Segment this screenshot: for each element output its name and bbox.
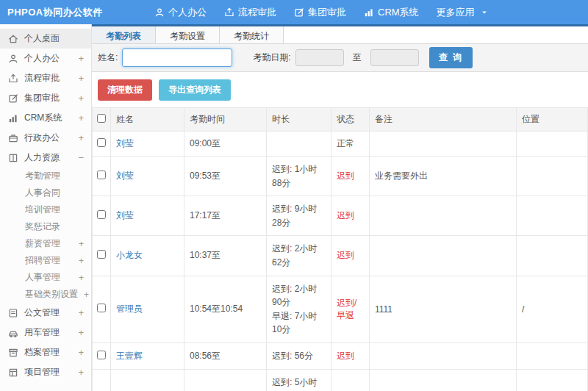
sidebar-item-archive-mgmt[interactable]: 档案管理+ <box>0 342 91 362</box>
navbar-items: 个人办公流程审批集团审批CRM系统更多应用 <box>146 6 497 19</box>
sidebar-item-base-category[interactable]: 基础类别设置+ <box>0 286 91 303</box>
date-to-label: 至 <box>353 51 362 64</box>
expand-plus-icon: + <box>78 307 84 318</box>
employee-name-link[interactable]: 刘莹 <box>116 171 134 181</box>
actions-row: 清理数据 导出查询列表 <box>92 72 588 107</box>
table-row: 王壹辉08:56至迟到: 56分迟到 <box>93 342 588 369</box>
location-cell: / <box>517 276 588 342</box>
sidebar-item-personal-office[interactable]: 个人办公+ <box>0 49 91 68</box>
location-cell <box>517 196 588 236</box>
status-cell: 迟到/早退 <box>331 369 370 391</box>
sidebar-item-personnel-mgmt[interactable]: 人事管理+ <box>0 269 91 286</box>
table-row: 刘莹09:00至正常 <box>93 132 588 157</box>
sidebar-item-human-resources[interactable]: 人力资源− <box>0 148 91 168</box>
tab-attendance-stats[interactable]: 考勤统计 <box>220 26 284 43</box>
expand-plus-icon: + <box>78 347 84 358</box>
row-checkbox[interactable] <box>97 138 106 147</box>
employee-name-link[interactable]: 管理员 <box>116 304 143 314</box>
expand-plus-icon: + <box>84 290 89 300</box>
clear-data-button[interactable]: 清理数据 <box>98 79 152 101</box>
sidebar-item-label: 项目管理 <box>24 366 60 379</box>
nav-item-group-approval[interactable]: 集团审批 <box>294 6 346 19</box>
remark-cell <box>370 132 517 157</box>
car-icon <box>8 328 18 338</box>
sidebar: 个人桌面个人办公+流程审批+集团审批+CRM系统+行政办公+人力资源−考勤管理人… <box>0 24 92 391</box>
user-icon <box>154 7 165 18</box>
sidebar-item-label: 人力资源 <box>24 151 60 164</box>
employee-name-link[interactable]: 小龙女 <box>116 250 143 260</box>
attendance-date-label: 考勤日期: <box>253 51 290 64</box>
sidebar-item-salary-mgmt[interactable]: 薪资管理+ <box>0 235 91 252</box>
expand-plus-icon: + <box>78 73 84 84</box>
tab-attendance-settings[interactable]: 考勤设置 <box>156 26 220 43</box>
nav-item-crm-system[interactable]: CRM系统 <box>364 6 419 19</box>
row-checkbox[interactable] <box>97 210 106 219</box>
sidebar-item-label: 人事合同 <box>25 187 60 199</box>
attendance-time-cell: 09:00至 <box>184 132 267 157</box>
sidebar-item-project-mgmt[interactable]: 项目管理+ <box>0 362 91 382</box>
tab-strip: 考勤列表考勤设置考勤统计 <box>92 24 588 44</box>
row-checkbox[interactable] <box>97 171 106 179</box>
duration-cell: 迟到: 1小时88分 <box>267 157 331 196</box>
row-checkbox[interactable] <box>97 250 106 259</box>
app-logo: PHPOA协同办公软件 <box>0 6 116 19</box>
status-cell: 正常 <box>331 132 370 157</box>
attendance-time-cell: 09:53至 <box>184 157 267 196</box>
sidebar-item-vehicle-mgmt[interactable]: 用车管理+ <box>0 323 91 342</box>
sidebar-item-label: 奖惩记录 <box>25 220 60 233</box>
attendance-table: 姓名考勤时间时长状态备注位置 刘莹09:00至正常刘莹09:53至迟到: 1小时… <box>92 107 588 391</box>
attendance-time-cell: 08:56至 <box>184 342 267 369</box>
chart-icon <box>8 113 18 123</box>
sidebar-item-training-mgmt[interactable]: 培训管理 <box>0 201 91 218</box>
expand-plus-icon: + <box>78 327 84 338</box>
sidebar-item-recruit-mgmt[interactable]: 招聘管理+ <box>0 252 91 269</box>
nav-item-personal-office[interactable]: 个人办公 <box>154 6 207 19</box>
column-header: 位置 <box>517 108 588 132</box>
sidebar-item-workflow-approval[interactable]: 流程审批+ <box>0 68 91 88</box>
sidebar-item-admin-office[interactable]: 行政办公+ <box>0 128 91 148</box>
nav-item-more-apps[interactable]: 更多应用 <box>437 6 488 19</box>
nav-item-label: 集团审批 <box>308 6 346 19</box>
row-checkbox[interactable] <box>97 351 106 359</box>
process-icon <box>224 7 234 18</box>
row-checkbox[interactable] <box>97 304 106 312</box>
sidebar-item-hr-contract[interactable]: 人事合同 <box>0 184 91 201</box>
caret-down-icon <box>481 9 488 16</box>
duration-cell: 迟到: 9小时28分 <box>267 196 331 236</box>
tab-attendance-list[interactable]: 考勤列表 <box>92 26 156 43</box>
sidebar-item-crm-system[interactable]: CRM系统+ <box>0 108 91 128</box>
duration-cell: 迟到: 2小时62分 <box>267 236 331 276</box>
sidebar-item-group-approval[interactable]: 集团审批+ <box>0 88 91 108</box>
remark-cell <box>370 342 517 369</box>
sidebar-item-personal-desktop[interactable]: 个人桌面 <box>0 29 91 49</box>
employee-name-link[interactable]: 刘莹 <box>116 138 134 148</box>
expand-plus-icon: + <box>78 367 84 378</box>
sidebar-item-label: 行政办公 <box>24 132 60 144</box>
select-all-checkbox[interactable] <box>97 114 106 123</box>
date-from-input[interactable] <box>295 49 344 66</box>
employee-name-link[interactable]: 王壹辉 <box>116 351 143 361</box>
query-button[interactable]: 查 询 <box>429 47 473 68</box>
name-search-input[interactable] <box>122 49 232 67</box>
date-to-input[interactable] <box>370 49 419 66</box>
sidebar-item-label: 档案管理 <box>24 346 60 359</box>
remark-cell: 业务需要外出 <box>370 157 517 196</box>
expand-plus-icon: + <box>78 112 84 123</box>
attendance-table-wrap: 姓名考勤时间时长状态备注位置 刘莹09:00至正常刘莹09:53至迟到: 1小时… <box>92 107 588 391</box>
expand-plus-icon: + <box>78 93 84 104</box>
project-icon <box>8 367 18 378</box>
archive-icon <box>8 348 18 358</box>
sidebar-item-document-mgmt[interactable]: 公文管理+ <box>0 303 91 323</box>
table-row: 刘莹17:17至迟到: 9小时28分迟到 <box>93 196 588 236</box>
sidebar-item-label: 个人办公 <box>24 52 60 65</box>
collapse-minus-icon: − <box>78 152 84 163</box>
employee-name-link[interactable]: 刘莹 <box>116 210 134 220</box>
doc-icon <box>8 308 18 318</box>
sidebar-item-attendance-mgmt[interactable]: 考勤管理 <box>0 168 91 184</box>
sidebar-item-reward-records[interactable]: 奖惩记录 <box>0 218 91 235</box>
export-list-button[interactable]: 导出查询列表 <box>159 79 231 101</box>
location-cell: / <box>517 369 588 391</box>
duration-cell <box>267 132 331 157</box>
expand-plus-icon: + <box>78 53 84 64</box>
nav-item-workflow-approval[interactable]: 流程审批 <box>224 6 276 19</box>
